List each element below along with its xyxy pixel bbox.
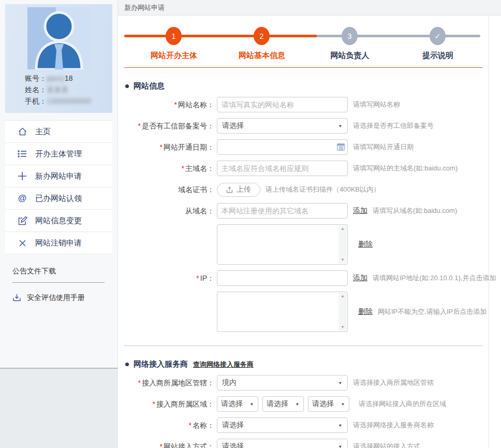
step-2-circle[interactable]: 2 — [254, 27, 270, 45]
sidebar-item-label: 主页 — [35, 127, 51, 137]
site-name-input[interactable] — [217, 97, 348, 112]
scroll-up-icon[interactable]: ▲ — [341, 294, 345, 298]
main-domain-input[interactable] — [217, 161, 348, 176]
dropdown-arrow-icon: ▼ — [341, 402, 345, 407]
sidebar: 账号：pjwzy18 姓名：某某某 手机：13000000000 主页 开办主 — [0, 0, 118, 448]
listbox-scrollbar[interactable]: ▲ ▼ — [338, 293, 347, 331]
sidebar-item-site-cancel-application[interactable]: 网站注销申请 — [5, 232, 112, 254]
sub-domain-listbox[interactable]: ▲ ▼ — [217, 224, 348, 265]
sub-domain-label: 从域名： — [118, 203, 214, 219]
downloads-section-title: 公告文件下载 — [12, 267, 112, 276]
stepper-divider — [124, 67, 482, 68]
sidebar-item-label: 开办主体管理 — [35, 149, 82, 159]
field-ip: IP： 添加 请填网站IP地址(如:20.10.0.1),并点击添加 — [118, 270, 489, 286]
step-4-label: 提示说明 — [402, 51, 474, 61]
scroll-up-icon[interactable]: ▲ — [341, 227, 345, 231]
bullet-icon — [125, 84, 129, 88]
field-miit-record: 是否有工信部备案号： 请选择 ▼ 请选择是否有工信部备案号 — [118, 118, 489, 134]
step-1-label: 网站开办主体 — [138, 51, 210, 61]
section-isp: 网络接入服务商 查询网络接入服务商 — [125, 359, 489, 369]
ip-add-link[interactable]: 添加 — [353, 273, 367, 283]
sub-domain-add-link[interactable]: 添加 — [353, 206, 367, 215]
sidebar-item-label: 网站信息变更 — [35, 216, 82, 226]
page-title: 新办网站申请 — [118, 0, 501, 16]
open-date-label: 网站开通日期： — [118, 139, 214, 155]
account-line: 账号：pjwzy18 — [25, 73, 112, 84]
dropdown-arrow-icon: ▼ — [338, 124, 343, 128]
step-3-circle[interactable]: 3 — [342, 27, 358, 45]
miit-record-hint: 请选择是否有工信部备案号 — [353, 121, 434, 131]
sidebar-item-new-site-application[interactable]: 新办网站申请 — [5, 165, 112, 187]
step-1-circle[interactable]: 1 — [166, 27, 182, 45]
downloads-section: 公告文件下载 安全评估使用手册 — [5, 267, 112, 302]
main-domain-label: 主域名： — [118, 161, 214, 176]
isp-area-district-select[interactable]: 请选择 ▼ — [308, 396, 349, 412]
isp-region-hint: 请选择接入商所属地区管辖 — [353, 378, 434, 387]
close-icon — [17, 237, 28, 249]
sub-domain-hint: 请填写从域名(如:baidu.com) — [373, 206, 457, 215]
user-info: 账号：pjwzy18 姓名：某某某 手机：13000000000 — [5, 69, 112, 107]
ip-listbox[interactable]: ▲ ▼ — [217, 292, 348, 332]
list-icon — [17, 148, 28, 160]
manual-label: 安全评估使用手册 — [27, 293, 85, 302]
field-isp-name: 名称： 请选择 ▼ 请选择网络接入服务商名称 — [118, 417, 489, 433]
miit-record-select[interactable]: 请选择 ▼ — [217, 118, 348, 134]
ip-input[interactable] — [217, 270, 348, 286]
query-isp-link[interactable]: 查询网络接入服务商 — [193, 360, 254, 369]
domain-cert-hint: 请上传域名证书扫描件（400KB以内） — [266, 185, 380, 194]
dropdown-arrow-icon: ▼ — [338, 444, 343, 448]
listbox-scrollbar[interactable]: ▲ ▼ — [338, 225, 347, 264]
dropdown-arrow-icon: ▼ — [338, 381, 343, 385]
sub-domain-input[interactable] — [217, 203, 348, 219]
sidebar-item-label: 新办网站申请 — [35, 171, 82, 181]
field-sub-domain: 从域名： 添加 请填写从域名(如:baidu.com) — [118, 203, 489, 219]
field-open-date: 网站开通日期： 请填写网站开通日期 — [118, 139, 489, 155]
site-name-label: 网站名称： — [118, 97, 214, 112]
plus-icon — [17, 170, 28, 182]
step-2-label: 网站基本信息 — [226, 51, 298, 61]
isp-area-city-select[interactable]: 请选择 ▼ — [262, 396, 304, 412]
isp-area-label: 接入商所属区域： — [118, 396, 214, 412]
isp-region-select[interactable]: 境内 ▼ — [217, 375, 348, 391]
scroll-down-icon[interactable]: ▼ — [341, 325, 345, 329]
ip-delete-link[interactable]: 删除 — [358, 307, 373, 316]
field-main-domain: 主域名： 请填写网站的主域名(如:baidu.com) — [118, 161, 489, 176]
isp-name-label: 名称： — [118, 417, 214, 433]
download-icon — [12, 293, 22, 302]
dropdown-arrow-icon: ▼ — [249, 402, 254, 407]
scroll-down-icon[interactable]: ▼ — [341, 258, 345, 262]
dropdown-arrow-icon: ▼ — [295, 402, 300, 407]
sidebar-item-label: 网站注销申请 — [35, 238, 82, 248]
miit-record-label: 是否有工信部备案号： — [118, 118, 214, 134]
sidebar-item-site-info-change[interactable]: 网站信息变更 — [5, 210, 112, 232]
field-isp-region: 接入商所属地区管辖： 境内 ▼ 请选择接入商所属地区管辖 — [118, 375, 489, 391]
sidebar-item-claim-site[interactable]: @ 已办网站认领 — [5, 187, 112, 210]
main-content: 新办网站申请 1 2 3 ✓ 网站开办主体 网站基本信息 网站负责人 提示说明 … — [118, 0, 501, 448]
check-icon: ✓ — [434, 32, 441, 40]
access-type-select[interactable]: 请选择 ▼ — [217, 439, 348, 448]
stepper: 1 2 3 ✓ 网站开办主体 网站基本信息 网站负责人 提示说明 — [118, 22, 489, 62]
step-4-circle[interactable]: ✓ — [430, 27, 446, 45]
downloads-divider — [12, 282, 105, 283]
open-date-hint: 请填写网站开通日期 — [353, 142, 414, 152]
sidebar-item-subject-management[interactable]: 开办主体管理 — [5, 143, 112, 165]
ip-delete-hint: 网站IP不能为空,请输入IP后点击添加 — [378, 307, 487, 316]
sidebar-menu: 主页 开办主体管理 新办网站申请 @ 已办网站认领 — [5, 120, 112, 254]
upload-icon — [226, 186, 233, 193]
dropdown-arrow-icon: ▼ — [338, 423, 343, 428]
stepper-track-fill — [124, 35, 317, 37]
sidebar-footer — [0, 369, 118, 448]
isp-name-select[interactable]: 请选择 ▼ — [217, 417, 348, 433]
upload-button[interactable]: 上传 — [217, 183, 260, 197]
field-site-name: 网站名称： 请填写网站名称 — [118, 97, 489, 112]
open-date-input[interactable] — [217, 139, 348, 155]
isp-name-hint: 请选择网络接入服务商名称 — [353, 421, 434, 430]
bullet-icon — [125, 363, 129, 366]
sidebar-item-home[interactable]: 主页 — [5, 121, 112, 143]
sub-domain-delete-link[interactable]: 删除 — [358, 240, 373, 249]
security-manual-link[interactable]: 安全评估使用手册 — [12, 293, 112, 302]
calendar-icon[interactable] — [337, 143, 345, 151]
sidebar-item-label: 已办网站认领 — [35, 194, 82, 204]
isp-area-province-select[interactable]: 请选择 ▼ — [217, 396, 258, 412]
home-icon — [17, 126, 28, 137]
